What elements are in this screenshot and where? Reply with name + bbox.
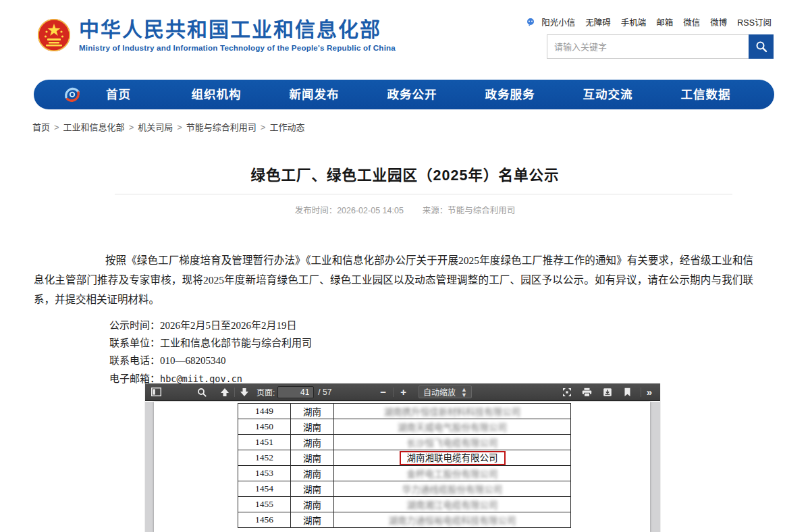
quick-link[interactable]: 阳光小信 — [541, 16, 575, 28]
breadcrumb-separator: > — [177, 122, 182, 132]
nav-item[interactable]: 工信数据 — [657, 80, 755, 109]
national-emblem-icon — [37, 18, 71, 52]
table-body: 1449湖南湖南携升恒佳新材料科技有限公司1450湖南湖南天威电气股份有限公司1… — [238, 404, 571, 528]
quick-link[interactable]: 手机端 — [621, 16, 647, 28]
breadcrumb-separator: > — [54, 122, 59, 132]
cell-province: 湖南 — [291, 481, 334, 497]
search-input[interactable] — [547, 34, 749, 59]
company-name: 金杯电工股份有限公司 — [407, 469, 498, 479]
presentation-mode-button[interactable] — [560, 385, 574, 400]
company-name: 华力通线缆股份有限公司 — [402, 485, 503, 495]
toolbar-separator — [234, 388, 235, 397]
nav-item[interactable]: 首页 — [70, 80, 167, 109]
cell-province: 湖南 — [291, 512, 334, 528]
search-icon — [755, 41, 767, 53]
quick-link[interactable]: 无障碍 — [585, 16, 611, 28]
cell-company: 湖南湘江电缆有限公司 — [334, 497, 571, 512]
table-row: 1454湖南华力通线缆股份有限公司 — [238, 481, 571, 497]
pdf-canvas-area[interactable]: 1449湖南湖南携升恒佳新材料科技有限公司1450湖南湖南天威电气股份有限公司1… — [145, 402, 660, 532]
pdf-find-button[interactable] — [195, 385, 209, 400]
title-divider — [115, 194, 732, 194]
page-number-input[interactable] — [277, 386, 314, 398]
publish-time-value: 2026-02-05 14:05 — [337, 206, 404, 215]
cell-company: 湖南天威电气股份有限公司 — [334, 419, 571, 435]
zoom-in-button[interactable]: + — [396, 386, 410, 398]
highlighted-company-name: 湖南湘联电缆有限公司 — [400, 451, 506, 465]
breadcrumb-item[interactable]: 机关司局 — [138, 122, 173, 132]
sidebar-toggle-icon — [151, 388, 161, 396]
presentation-mode-icon — [562, 388, 572, 397]
contact-label: 联系电话： — [109, 355, 160, 366]
company-name: 长沙恒飞电缆有限公司 — [407, 438, 498, 448]
bookmark-button[interactable] — [621, 385, 634, 400]
print-icon — [582, 388, 592, 397]
sidebar-toggle-button[interactable] — [149, 385, 163, 400]
contact-label: 电子邮箱： — [109, 373, 160, 384]
cell-province: 湖南 — [291, 404, 334, 419]
cell-serial-no: 1450 — [238, 419, 291, 435]
cell-company: 湖南携升恒佳新材料科技有限公司 — [334, 404, 571, 419]
quick-link[interactable]: 微博 — [710, 16, 727, 28]
nav-item[interactable]: 新闻发布 — [265, 80, 363, 109]
company-name: 湖南携升恒佳新材料科技有限公司 — [384, 407, 521, 417]
cell-company: 湖南力通恒裕电缆科技有限公司 — [334, 512, 571, 528]
cell-province: 湖南 — [291, 450, 334, 466]
contact-value: hbc@miit.gov.cn — [160, 373, 242, 384]
nav-item[interactable]: 互动交流 — [559, 80, 657, 109]
site-subtitle: Ministry of Industry and Information Tec… — [79, 43, 396, 52]
breadcrumb-item[interactable]: 工作动态 — [269, 122, 304, 132]
toolbar-right-group: » — [557, 385, 655, 400]
quick-link[interactable]: 微信 — [683, 16, 700, 28]
quick-link[interactable]: RSS订阅 — [737, 16, 772, 28]
cell-company: 湖南湘联电缆有限公司 — [334, 450, 571, 466]
table-row: 1455湖南湖南湘江电缆有限公司 — [238, 497, 571, 512]
cell-province: 湖南 — [291, 419, 334, 435]
breadcrumb-item[interactable]: 首页 — [32, 122, 50, 132]
contact-value: 010—68205340 — [160, 355, 226, 366]
site-title: 中华人民共和国工业和信息化部 — [79, 18, 396, 41]
contact-value: 工业和信息化部节能与综合利用司 — [160, 338, 312, 348]
nav-item[interactable]: 政务公开 — [363, 80, 461, 109]
breadcrumb-separator: > — [261, 122, 266, 132]
breadcrumb-item[interactable]: 节能与综合利用司 — [186, 122, 256, 132]
bookmark-icon — [624, 388, 631, 397]
pdf-search-icon — [197, 388, 207, 397]
select-spinner-icon: ▲▼ — [461, 387, 467, 398]
zoom-out-button[interactable]: − — [376, 386, 390, 398]
pdf-page: 1449湖南湖南携升恒佳新材料科技有限公司1450湖南湖南天威电气股份有限公司1… — [154, 402, 650, 532]
cell-serial-no: 1456 — [238, 512, 291, 528]
quick-link[interactable]: 邮箱 — [656, 16, 673, 28]
cell-province: 湖南 — [291, 435, 334, 450]
site-brand[interactable]: 中华人民共和国工业和信息化部 Ministry of Industry and … — [37, 18, 396, 52]
cell-serial-no: 1453 — [238, 466, 291, 481]
contact-label: 联系单位： — [109, 338, 160, 348]
article-meta: 发布时间：2026-02-05 14:05来源：节能与综合利用司 — [0, 203, 810, 216]
page-down-button[interactable] — [238, 385, 251, 400]
miit-logo-icon — [63, 86, 81, 103]
chat-assistant-icon — [526, 18, 535, 27]
page-up-button[interactable] — [218, 385, 232, 400]
cell-company: 华力通线缆股份有限公司 — [334, 481, 571, 497]
company-name: 湖南天威电气股份有限公司 — [398, 423, 507, 433]
more-tools-button[interactable]: » — [644, 386, 655, 398]
table-row: 1449湖南湖南携升恒佳新材料科技有限公司 — [238, 404, 571, 419]
green-factory-table: 1449湖南湖南携升恒佳新材料科技有限公司1450湖南湖南天威电气股份有限公司1… — [238, 403, 571, 528]
search-button[interactable] — [749, 34, 774, 59]
print-button[interactable] — [580, 385, 594, 400]
breadcrumb: 首页>工业和信息化部>机关司局>节能与综合利用司>工作动态 — [32, 120, 304, 133]
table-row: 1452湖南湖南湘联电缆有限公司 — [238, 450, 571, 466]
page-down-icon — [240, 388, 249, 397]
cell-serial-no: 1451 — [238, 435, 291, 450]
nav-item[interactable]: 组织机构 — [167, 80, 265, 109]
breadcrumb-item[interactable]: 工业和信息化部 — [63, 122, 125, 132]
zoom-mode-select[interactable]: 自动缩放 ▲▼ — [418, 385, 472, 398]
nav-items: 首页组织机构新闻发布政务公开政务服务互动交流工信数据 — [70, 80, 755, 109]
contact-line: 联系单位：工业和信息化部节能与综合利用司 — [109, 334, 312, 352]
cell-serial-no: 1455 — [238, 497, 291, 512]
nav-item[interactable]: 政务服务 — [461, 80, 559, 109]
article-body: 按照《绿色工厂梯度培育及管理暂行办法》《工业和信息化部办公厅关于开展2025年度… — [34, 250, 753, 309]
toolbar-separator — [393, 388, 394, 397]
company-name: 湖南湘江电缆有限公司 — [407, 500, 498, 510]
site-search — [547, 34, 774, 59]
download-button[interactable] — [601, 385, 614, 400]
